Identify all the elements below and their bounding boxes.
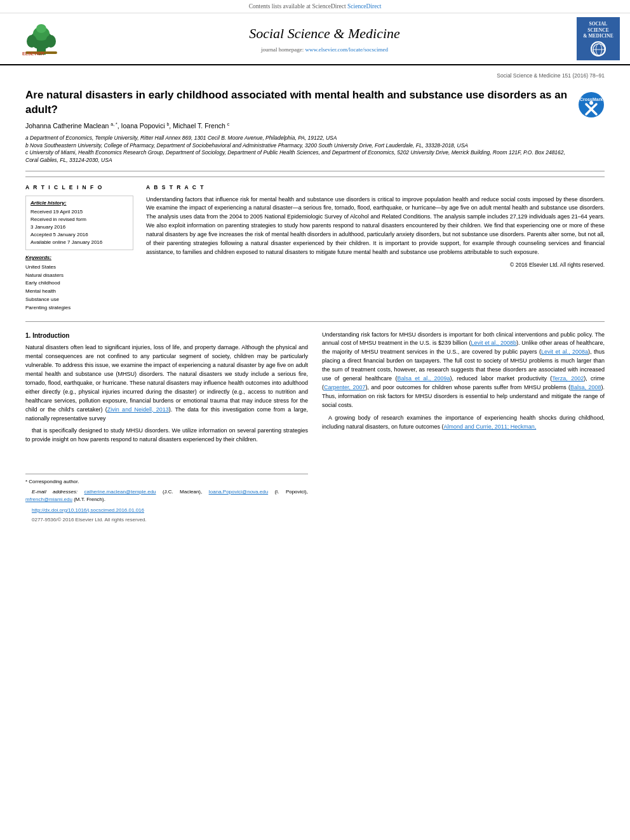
available-online: Available online 7 January 2016 <box>30 239 128 246</box>
affil-c: c University of Miami, Health Economics … <box>25 149 568 164</box>
cite-balsa2008[interactable]: Balsa, 2008 <box>570 384 601 390</box>
article-info-col: A R T I C L E I N F O Article history: R… <box>25 183 133 312</box>
history-label: Article history: <box>30 199 128 207</box>
footnote-corresponding: * Corresponding author. <box>25 478 308 486</box>
intro-num: 1. <box>25 332 30 339</box>
intro-title: Introduction <box>32 332 69 339</box>
journal-logo-right: SOCIAL SCIENCE & MEDICINE <box>573 17 624 60</box>
revised-date: 3 January 2016 <box>30 223 128 231</box>
svg-text:CrossMark: CrossMark <box>580 97 603 102</box>
svg-point-15 <box>589 101 593 105</box>
journal-name: Social Science & Medicine <box>83 23 566 44</box>
received-date: Received 19 April 2015 <box>30 208 128 216</box>
abstract-title: A B S T R A C T <box>146 183 605 191</box>
cite-levit2008a[interactable]: Levit et al., 2008a <box>541 349 588 355</box>
accepted-date: Accepted 5 January 2016 <box>30 231 128 239</box>
abstract-text: Understanding factors that influence ris… <box>146 196 605 258</box>
intro-heading: 1. Introduction <box>25 331 308 341</box>
affiliations: a Department of Economics, Temple Univer… <box>25 135 568 165</box>
sciencedirect-link[interactable]: ScienceDirect <box>347 3 381 10</box>
svg-text:ELSEVIER: ELSEVIER <box>22 51 44 56</box>
email-popovici[interactable]: Ioana.Popovici@nova.edu <box>209 489 269 495</box>
intro-para1: Natural disasters often lead to signific… <box>25 343 308 423</box>
affil-a: a Department of Economics, Temple Univer… <box>25 135 568 142</box>
kw4: Mental health <box>25 288 133 296</box>
authors-line: Johanna Catherine Maclean a, *, Ioana Po… <box>25 121 568 131</box>
abstract-copyright: © 2016 Elsevier Ltd. All rights reserved… <box>146 261 605 269</box>
ssm-badge: SOCIAL SCIENCE & MEDICINE <box>577 17 620 60</box>
journal-homepage: journal homepage: www.elsevier.com/locat… <box>83 46 566 54</box>
article-title-section: Are natural disasters in early childhood… <box>25 81 605 171</box>
article-info-title: A R T I C L E I N F O <box>25 183 133 191</box>
cite-terza[interactable]: Terza, 2002 <box>552 375 584 382</box>
kw6: Parenting strategies <box>25 304 133 312</box>
ssm-line1: SOCIAL <box>589 21 608 27</box>
doi-line: http://dx.doi.org/10.1016/j.socscimed.20… <box>25 507 308 514</box>
doi-link[interactable]: http://dx.doi.org/10.1016/j.socscimed.20… <box>32 507 144 513</box>
journal-top-bar: Contents lists available at ScienceDirec… <box>0 0 630 13</box>
contents-label: Contents lists available at ScienceDirec… <box>249 3 346 10</box>
article-info-abstract-cols: A R T I C L E I N F O Article history: R… <box>25 177 605 312</box>
right-para1: Understanding risk factors for MHSU diso… <box>322 331 605 410</box>
elsevier-logo: ELSEVIER <box>19 21 64 56</box>
crossmark-logo: CrossMark <box>578 91 605 118</box>
keywords-label: Keywords: <box>25 254 133 262</box>
kw3: Early childhood <box>25 279 133 288</box>
cite-almond-currie[interactable]: Almond and Currie, 2011; Heckman, <box>444 423 537 430</box>
intro-para2: that is specifically designed to study M… <box>25 427 308 444</box>
cite-carpenter[interactable]: Carpenter, 2007 <box>324 384 365 390</box>
svg-point-4 <box>27 35 37 48</box>
email-label-text: E-mail addresses: <box>32 489 77 495</box>
cite-levit2008b[interactable]: Levit et al., 2008b <box>471 340 516 346</box>
homepage-label: journal homepage: <box>261 46 304 53</box>
ssm-line2: SCIENCE <box>587 27 608 34</box>
email-french[interactable]: mfrench@miami.edu <box>25 497 72 502</box>
abstract-section: A B S T R A C T Understanding factors th… <box>146 183 605 312</box>
volume-info: Social Science & Medicine 151 (2016) 78–… <box>25 72 605 79</box>
issn-line: 0277-9536/© 2016 Elsevier Ltd. All right… <box>25 516 308 524</box>
kw5: Substance use <box>25 296 133 304</box>
svg-point-5 <box>46 35 56 48</box>
article-body: Social Science & Medicine 151 (2016) 78–… <box>0 65 630 539</box>
section-divider <box>25 321 605 322</box>
body-col-left: 1. Introduction Natural disasters often … <box>25 331 308 526</box>
cite-zivin[interactable]: Zivin and Neidell, 2013 <box>107 406 169 413</box>
affil-b: b Nova Southeastern University, College … <box>25 142 568 150</box>
journal-header: Contents lists available at ScienceDirec… <box>0 0 630 65</box>
ssm-globe-icon <box>591 41 606 57</box>
footnote-email-label: E-mail addresses: catherine.maclean@temp… <box>25 488 308 504</box>
footnotes: * Corresponding author. E-mail addresses… <box>25 474 308 524</box>
elsevier-tree-icon: ELSEVIER <box>19 21 64 56</box>
received-revised-label: Received in revised form <box>30 216 128 223</box>
svg-point-3 <box>36 24 46 33</box>
author1: Johanna Catherine Maclean a, *, Ioana Po… <box>25 122 229 130</box>
keywords-section: Keywords: United States Natural disaster… <box>25 254 133 312</box>
article-title-text: Are natural disasters in early childhood… <box>25 88 568 164</box>
right-para2: A growing body of research examines the … <box>322 414 605 432</box>
email-maclean[interactable]: catherine.maclean@temple.edu <box>84 489 156 495</box>
homepage-url[interactable]: www.elsevier.com/locate/socscimed <box>305 46 388 53</box>
kw1: United States <box>25 263 133 272</box>
article-history-box: Article history: Received 19 April 2015 … <box>25 196 133 251</box>
cite-balsa2009[interactable]: Balsa et al., 2009a <box>397 375 450 382</box>
ssm-line3: & MEDICINE <box>583 33 613 39</box>
kw2: Natural disasters <box>25 272 133 280</box>
body-two-col: 1. Introduction Natural disasters often … <box>25 331 605 526</box>
journal-title-center: Social Science & Medicine journal homepa… <box>76 17 573 60</box>
journal-main-header: ELSEVIER Social Science & Medicine journ… <box>0 13 630 64</box>
article-title: Are natural disasters in early childhood… <box>25 88 568 117</box>
body-col-right: Understanding risk factors for MHSU diso… <box>322 331 605 526</box>
elsevier-logo-area: ELSEVIER <box>6 17 76 60</box>
